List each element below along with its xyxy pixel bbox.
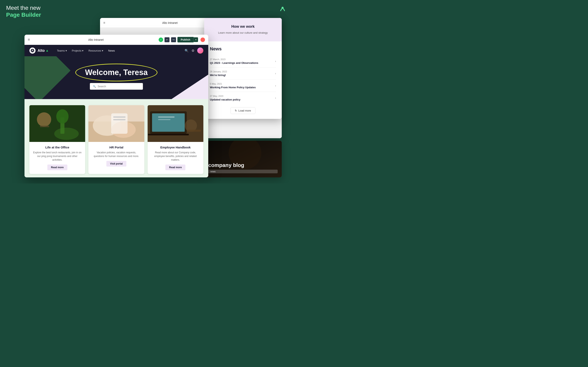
svg-rect-24 [158, 119, 170, 120]
cards-section: Life at the Office Explore the best lunc… [25, 99, 208, 177]
news-item-4-headline: Updated vacation policy [210, 98, 241, 101]
load-more-label: Load more [238, 109, 251, 112]
news-item-4[interactable]: 27 May, 2020 Updated vacation policy › [210, 92, 276, 104]
card-hr-desc: Vacation policies, vacation requests, qu… [92, 151, 141, 158]
front-menu-icon[interactable]: ≡ [28, 38, 30, 42]
nav-link-news[interactable]: News [108, 49, 115, 52]
intranet-content: Alto ▲ Teams ▾ Projects ▾ Resources ▾ Ne… [25, 45, 208, 177]
card-hr: HR Portal Vacation policies, vacation re… [88, 105, 144, 174]
background-headline: Meet the new Page Builder [6, 4, 41, 18]
news-item-2-date: 28 January, 2022 [210, 70, 227, 73]
card-hr-title: HR Portal [92, 146, 141, 149]
svg-rect-17 [113, 119, 126, 120]
nav-links: Teams ▾ Projects ▾ Resources ▾ News [57, 49, 185, 52]
hero-diamond-decoration [25, 56, 71, 99]
how-we-work-description: Learn more about our culture and strateg… [210, 31, 276, 35]
blog-title-prefix: c [208, 162, 211, 168]
company-blog-preview[interactable]: company blog news [204, 141, 282, 177]
load-more-icon: ↻ [235, 109, 237, 112]
back-menu-icon[interactable]: ≡ [103, 21, 105, 25]
front-site-title: Alto Intranet [33, 38, 159, 42]
headline-line2: Page Builder [6, 11, 41, 18]
news-item-1-headline: Q1 2023 - Learnings and Observations [210, 61, 258, 64]
svg-point-8 [54, 128, 79, 140]
card-office: Life at the Office Explore the best lunc… [29, 105, 85, 174]
nav-link-teams[interactable]: Teams ▾ [57, 49, 67, 52]
news-item-3[interactable]: 5 May, 2021 Working From Home Policy Upd… [210, 80, 276, 92]
svg-rect-7 [40, 125, 49, 127]
svg-point-4 [31, 49, 34, 52]
svg-rect-22 [148, 134, 189, 135]
card-hr-body: HR Portal Vacation policies, vacation re… [88, 142, 144, 170]
nav-logo-area: Alto ▲ [29, 48, 49, 54]
search-bar[interactable]: 🔍 [90, 83, 143, 90]
hero-pink-triangle [172, 75, 208, 99]
card-handbook-image [148, 105, 203, 142]
card-handbook-title: Employee Handbook [151, 146, 200, 149]
news-item-3-headline: Working From Home Policy Updates [210, 86, 256, 89]
svg-point-6 [37, 112, 51, 127]
card-handbook: Employee Handbook Read more about our Co… [148, 105, 203, 174]
card-handbook-button[interactable]: Read more [165, 165, 185, 170]
svg-rect-26 [187, 130, 201, 132]
svg-rect-23 [158, 117, 174, 118]
news-item-2[interactable]: 28 January, 2022 We're hiring! › [210, 67, 276, 80]
nav-logo-arrow: ▲ [45, 49, 49, 52]
nav-link-projects[interactable]: Projects ▾ [72, 49, 84, 52]
news-item-3-chevron: › [275, 84, 276, 87]
search-input[interactable] [98, 85, 140, 88]
nav-logo-text: Alto ▲ [38, 49, 49, 53]
brand-logo [277, 4, 288, 14]
card-office-desc: Explore the best lunch restaurants, join… [33, 151, 82, 162]
card-office-title: Life at the Office [33, 146, 82, 149]
svg-point-1 [282, 7, 284, 9]
nav-link-resources[interactable]: Resources ▾ [88, 49, 103, 52]
how-we-work-title: How we work [210, 25, 276, 29]
right-panel: How we work Learn more about our culture… [204, 18, 282, 119]
news-item-3-date: 5 May, 2021 [210, 83, 256, 85]
front-undo-button[interactable]: ↩ [164, 37, 170, 42]
nav-search-icon[interactable]: 🔍 [185, 49, 189, 53]
news-item-1-date: 27 March, 2023 [210, 58, 258, 60]
card-hr-image [88, 105, 144, 142]
front-publish-button[interactable]: Publish [177, 37, 194, 42]
nav-settings-icon[interactable]: ⚙ [191, 49, 194, 53]
how-we-work-section: How we work Learn more about our culture… [204, 18, 282, 42]
card-handbook-body: Employee Handbook Read more about our Co… [148, 142, 203, 174]
news-item-1[interactable]: 27 March, 2023 Q1 2023 - Learnings and O… [210, 55, 276, 67]
front-status-indicator: ✓ [159, 38, 163, 42]
card-office-image [29, 105, 85, 142]
card-office-button[interactable]: Read more [47, 165, 67, 170]
svg-point-10 [56, 109, 69, 124]
svg-rect-16 [113, 117, 126, 118]
news-item-4-chevron: › [275, 96, 276, 100]
nav-logo-icon [29, 48, 35, 54]
nav-avatar[interactable] [197, 48, 203, 54]
blog-tag: news [208, 170, 278, 173]
hero-title: Welcome, Teresa [85, 68, 148, 77]
front-close-button[interactable]: × [200, 38, 205, 42]
news-item-1-chevron: › [275, 59, 276, 63]
front-toolbar-actions: ✓ ↩ ↪ Publish ▾ × [159, 37, 205, 42]
news-item-2-headline: We're hiring! [210, 74, 227, 77]
card-handbook-desc: Read more about our Company code, employ… [151, 151, 200, 162]
blog-overlay: company blog news [204, 141, 282, 177]
news-item-4-date: 27 May, 2020 [210, 95, 241, 97]
news-item-2-chevron: › [275, 72, 276, 75]
hero-section: Welcome, Teresa 🔍 [25, 56, 208, 99]
news-heading: News [210, 46, 276, 52]
news-section: News 27 March, 2023 Q1 2023 - Learnings … [204, 42, 282, 119]
browser-window-front: ≡ Alto Intranet ✓ ↩ ↪ Publish ▾ × [25, 35, 208, 177]
load-more-button[interactable]: ↻ Load more [231, 107, 255, 114]
nav-right-area: 🔍 ⚙ [185, 48, 203, 54]
search-bar-icon: 🔍 [93, 85, 96, 88]
intranet-nav: Alto ▲ Teams ▾ Projects ▾ Resources ▾ Ne… [25, 45, 208, 56]
blog-title: company blog [208, 162, 278, 168]
hero-title-wrapper: Welcome, Teresa [79, 66, 154, 79]
front-toolbar: ≡ Alto Intranet ✓ ↩ ↪ Publish ▾ × [25, 35, 208, 45]
front-redo-button[interactable]: ↪ [171, 37, 176, 42]
card-office-body: Life at the Office Explore the best lunc… [29, 142, 85, 174]
svg-point-0 [277, 4, 288, 14]
front-publish-dropdown[interactable]: ▾ [194, 37, 198, 42]
card-hr-button[interactable]: Visit portal [106, 161, 126, 167]
